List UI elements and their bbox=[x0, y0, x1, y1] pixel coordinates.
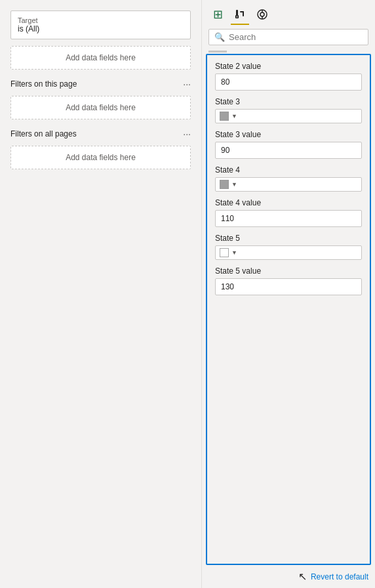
state2-value-group: State 2 value bbox=[215, 62, 362, 91]
paint-brush-icon[interactable] bbox=[231, 5, 249, 24]
state5-dropdown-arrow: ▼ bbox=[231, 249, 237, 256]
add-fields-button-top[interactable]: Add data fields here bbox=[10, 46, 191, 70]
filters-this-page-menu[interactable]: ··· bbox=[183, 79, 191, 89]
state3-value-label: State 3 value bbox=[215, 130, 362, 139]
state5-value-label: State 5 value bbox=[215, 266, 362, 276]
filters-all-pages-menu[interactable]: ··· bbox=[183, 129, 191, 139]
filters-this-page-section: Filters on this page ··· bbox=[10, 79, 191, 89]
state5-color-swatch bbox=[220, 248, 229, 257]
filters-this-page-label: Filters on this page bbox=[10, 79, 77, 89]
search-input[interactable] bbox=[229, 32, 363, 42]
state5-group: State 5 ▼ bbox=[215, 234, 362, 260]
target-label: Target bbox=[18, 16, 184, 24]
state5-color-picker[interactable]: ▼ bbox=[215, 245, 362, 260]
state3-dropdown-arrow: ▼ bbox=[231, 113, 237, 119]
add-fields-button-all-pages[interactable]: Add data fields here bbox=[10, 146, 191, 169]
state4-color-picker[interactable]: ▼ bbox=[215, 177, 362, 192]
right-panel: ⊞ 🔍 bbox=[202, 0, 375, 588]
state4-color-swatch bbox=[220, 180, 229, 189]
add-fields-button-page[interactable]: Add data fields here bbox=[10, 96, 191, 119]
state3-value-group: State 3 value bbox=[215, 130, 362, 159]
filters-all-pages-section: Filters on all pages ··· bbox=[10, 129, 191, 139]
state3-color-swatch bbox=[220, 112, 229, 121]
analytics-icon[interactable] bbox=[253, 5, 271, 24]
cursor-icon: ↖ bbox=[298, 570, 307, 583]
svg-rect-4 bbox=[243, 11, 244, 16]
target-value: is (All) bbox=[18, 24, 184, 33]
state3-value-input[interactable] bbox=[215, 142, 362, 159]
filters-all-pages-label: Filters on all pages bbox=[10, 129, 77, 138]
state4-value-input[interactable] bbox=[215, 210, 362, 227]
state3-group: State 3 ▼ bbox=[215, 97, 362, 123]
state4-label: State 4 bbox=[215, 165, 362, 175]
filter-target: Target is (All) bbox=[10, 10, 191, 39]
state3-color-picker[interactable]: ▼ bbox=[215, 109, 362, 123]
state5-value-input[interactable] bbox=[215, 278, 362, 295]
state4-dropdown-arrow: ▼ bbox=[231, 181, 237, 188]
state2-value-input[interactable] bbox=[215, 74, 362, 91]
scroll-indicator bbox=[208, 51, 227, 52]
state3-label: State 3 bbox=[215, 97, 362, 106]
content-area: State 2 value State 3 ▼ State 3 value St… bbox=[206, 54, 371, 565]
state5-value-group: State 5 value bbox=[215, 266, 362, 295]
svg-rect-0 bbox=[236, 10, 238, 16]
svg-point-6 bbox=[260, 12, 264, 16]
toolbar-icons: ⊞ bbox=[208, 5, 368, 26]
state4-value-group: State 4 value bbox=[215, 198, 362, 227]
footer: ↖ Revert to default bbox=[202, 565, 375, 588]
state5-label: State 5 bbox=[215, 234, 362, 243]
search-icon: 🔍 bbox=[214, 32, 225, 42]
search-box[interactable]: 🔍 bbox=[208, 29, 368, 45]
revert-to-default-link[interactable]: Revert to default bbox=[311, 572, 368, 581]
table-view-icon[interactable]: ⊞ bbox=[208, 5, 227, 24]
toolbar: ⊞ 🔍 bbox=[202, 0, 375, 54]
state4-group: State 4 ▼ bbox=[215, 165, 362, 192]
left-panel: Target is (All) Add data fields here Fil… bbox=[0, 0, 202, 588]
state2-value-label: State 2 value bbox=[215, 62, 362, 71]
state4-value-label: State 4 value bbox=[215, 198, 362, 207]
